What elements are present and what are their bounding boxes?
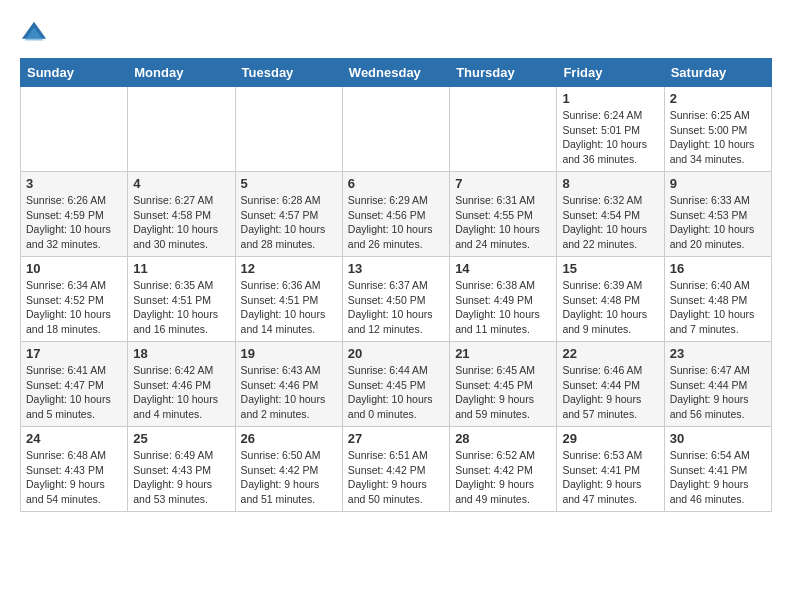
day-info: Sunrise: 6:43 AM Sunset: 4:46 PM Dayligh… (241, 363, 337, 422)
calendar-header-tuesday: Tuesday (235, 59, 342, 87)
day-number: 19 (241, 346, 337, 361)
calendar-cell: 10Sunrise: 6:34 AM Sunset: 4:52 PM Dayli… (21, 257, 128, 342)
calendar-cell: 7Sunrise: 6:31 AM Sunset: 4:55 PM Daylig… (450, 172, 557, 257)
calendar-cell: 24Sunrise: 6:48 AM Sunset: 4:43 PM Dayli… (21, 427, 128, 512)
calendar-cell (21, 87, 128, 172)
day-info: Sunrise: 6:44 AM Sunset: 4:45 PM Dayligh… (348, 363, 444, 422)
day-info: Sunrise: 6:49 AM Sunset: 4:43 PM Dayligh… (133, 448, 229, 507)
calendar-cell: 17Sunrise: 6:41 AM Sunset: 4:47 PM Dayli… (21, 342, 128, 427)
calendar-cell: 14Sunrise: 6:38 AM Sunset: 4:49 PM Dayli… (450, 257, 557, 342)
day-number: 10 (26, 261, 122, 276)
page-header (20, 20, 772, 48)
calendar-cell: 4Sunrise: 6:27 AM Sunset: 4:58 PM Daylig… (128, 172, 235, 257)
day-number: 1 (562, 91, 658, 106)
day-number: 14 (455, 261, 551, 276)
day-info: Sunrise: 6:48 AM Sunset: 4:43 PM Dayligh… (26, 448, 122, 507)
day-info: Sunrise: 6:47 AM Sunset: 4:44 PM Dayligh… (670, 363, 766, 422)
calendar-cell: 12Sunrise: 6:36 AM Sunset: 4:51 PM Dayli… (235, 257, 342, 342)
calendar-week-row: 1Sunrise: 6:24 AM Sunset: 5:01 PM Daylig… (21, 87, 772, 172)
calendar-cell: 16Sunrise: 6:40 AM Sunset: 4:48 PM Dayli… (664, 257, 771, 342)
day-number: 16 (670, 261, 766, 276)
calendar-header-row: SundayMondayTuesdayWednesdayThursdayFrid… (21, 59, 772, 87)
day-info: Sunrise: 6:33 AM Sunset: 4:53 PM Dayligh… (670, 193, 766, 252)
day-number: 30 (670, 431, 766, 446)
day-info: Sunrise: 6:54 AM Sunset: 4:41 PM Dayligh… (670, 448, 766, 507)
day-number: 21 (455, 346, 551, 361)
day-info: Sunrise: 6:39 AM Sunset: 4:48 PM Dayligh… (562, 278, 658, 337)
day-info: Sunrise: 6:27 AM Sunset: 4:58 PM Dayligh… (133, 193, 229, 252)
day-info: Sunrise: 6:31 AM Sunset: 4:55 PM Dayligh… (455, 193, 551, 252)
day-info: Sunrise: 6:36 AM Sunset: 4:51 PM Dayligh… (241, 278, 337, 337)
day-number: 9 (670, 176, 766, 191)
calendar-cell (128, 87, 235, 172)
calendar-week-row: 10Sunrise: 6:34 AM Sunset: 4:52 PM Dayli… (21, 257, 772, 342)
day-number: 25 (133, 431, 229, 446)
calendar-week-row: 17Sunrise: 6:41 AM Sunset: 4:47 PM Dayli… (21, 342, 772, 427)
day-info: Sunrise: 6:38 AM Sunset: 4:49 PM Dayligh… (455, 278, 551, 337)
calendar-cell: 2Sunrise: 6:25 AM Sunset: 5:00 PM Daylig… (664, 87, 771, 172)
calendar-cell: 21Sunrise: 6:45 AM Sunset: 4:45 PM Dayli… (450, 342, 557, 427)
day-info: Sunrise: 6:41 AM Sunset: 4:47 PM Dayligh… (26, 363, 122, 422)
calendar: SundayMondayTuesdayWednesdayThursdayFrid… (20, 58, 772, 512)
calendar-cell: 9Sunrise: 6:33 AM Sunset: 4:53 PM Daylig… (664, 172, 771, 257)
calendar-header-thursday: Thursday (450, 59, 557, 87)
calendar-cell: 3Sunrise: 6:26 AM Sunset: 4:59 PM Daylig… (21, 172, 128, 257)
calendar-cell: 15Sunrise: 6:39 AM Sunset: 4:48 PM Dayli… (557, 257, 664, 342)
calendar-cell: 20Sunrise: 6:44 AM Sunset: 4:45 PM Dayli… (342, 342, 449, 427)
day-info: Sunrise: 6:35 AM Sunset: 4:51 PM Dayligh… (133, 278, 229, 337)
calendar-week-row: 24Sunrise: 6:48 AM Sunset: 4:43 PM Dayli… (21, 427, 772, 512)
logo-icon (20, 20, 48, 48)
logo (20, 20, 52, 48)
calendar-cell: 19Sunrise: 6:43 AM Sunset: 4:46 PM Dayli… (235, 342, 342, 427)
day-info: Sunrise: 6:45 AM Sunset: 4:45 PM Dayligh… (455, 363, 551, 422)
calendar-cell: 26Sunrise: 6:50 AM Sunset: 4:42 PM Dayli… (235, 427, 342, 512)
calendar-header-friday: Friday (557, 59, 664, 87)
calendar-header-wednesday: Wednesday (342, 59, 449, 87)
day-number: 13 (348, 261, 444, 276)
calendar-cell (450, 87, 557, 172)
day-number: 11 (133, 261, 229, 276)
day-number: 22 (562, 346, 658, 361)
day-info: Sunrise: 6:50 AM Sunset: 4:42 PM Dayligh… (241, 448, 337, 507)
day-number: 24 (26, 431, 122, 446)
day-info: Sunrise: 6:28 AM Sunset: 4:57 PM Dayligh… (241, 193, 337, 252)
day-number: 2 (670, 91, 766, 106)
day-number: 20 (348, 346, 444, 361)
day-number: 12 (241, 261, 337, 276)
day-info: Sunrise: 6:34 AM Sunset: 4:52 PM Dayligh… (26, 278, 122, 337)
calendar-cell: 13Sunrise: 6:37 AM Sunset: 4:50 PM Dayli… (342, 257, 449, 342)
day-number: 28 (455, 431, 551, 446)
calendar-cell: 11Sunrise: 6:35 AM Sunset: 4:51 PM Dayli… (128, 257, 235, 342)
day-info: Sunrise: 6:53 AM Sunset: 4:41 PM Dayligh… (562, 448, 658, 507)
day-info: Sunrise: 6:42 AM Sunset: 4:46 PM Dayligh… (133, 363, 229, 422)
calendar-cell: 6Sunrise: 6:29 AM Sunset: 4:56 PM Daylig… (342, 172, 449, 257)
day-number: 27 (348, 431, 444, 446)
calendar-cell: 27Sunrise: 6:51 AM Sunset: 4:42 PM Dayli… (342, 427, 449, 512)
calendar-week-row: 3Sunrise: 6:26 AM Sunset: 4:59 PM Daylig… (21, 172, 772, 257)
day-number: 15 (562, 261, 658, 276)
day-number: 23 (670, 346, 766, 361)
calendar-cell: 30Sunrise: 6:54 AM Sunset: 4:41 PM Dayli… (664, 427, 771, 512)
calendar-cell: 23Sunrise: 6:47 AM Sunset: 4:44 PM Dayli… (664, 342, 771, 427)
calendar-header-sunday: Sunday (21, 59, 128, 87)
calendar-cell: 5Sunrise: 6:28 AM Sunset: 4:57 PM Daylig… (235, 172, 342, 257)
calendar-cell: 22Sunrise: 6:46 AM Sunset: 4:44 PM Dayli… (557, 342, 664, 427)
day-number: 18 (133, 346, 229, 361)
day-number: 3 (26, 176, 122, 191)
day-info: Sunrise: 6:25 AM Sunset: 5:00 PM Dayligh… (670, 108, 766, 167)
calendar-cell (342, 87, 449, 172)
day-number: 29 (562, 431, 658, 446)
day-number: 4 (133, 176, 229, 191)
day-info: Sunrise: 6:26 AM Sunset: 4:59 PM Dayligh… (26, 193, 122, 252)
calendar-cell: 29Sunrise: 6:53 AM Sunset: 4:41 PM Dayli… (557, 427, 664, 512)
calendar-cell: 8Sunrise: 6:32 AM Sunset: 4:54 PM Daylig… (557, 172, 664, 257)
day-info: Sunrise: 6:37 AM Sunset: 4:50 PM Dayligh… (348, 278, 444, 337)
day-info: Sunrise: 6:52 AM Sunset: 4:42 PM Dayligh… (455, 448, 551, 507)
calendar-cell: 18Sunrise: 6:42 AM Sunset: 4:46 PM Dayli… (128, 342, 235, 427)
day-number: 7 (455, 176, 551, 191)
day-info: Sunrise: 6:32 AM Sunset: 4:54 PM Dayligh… (562, 193, 658, 252)
day-number: 17 (26, 346, 122, 361)
day-info: Sunrise: 6:24 AM Sunset: 5:01 PM Dayligh… (562, 108, 658, 167)
day-number: 5 (241, 176, 337, 191)
calendar-header-monday: Monday (128, 59, 235, 87)
